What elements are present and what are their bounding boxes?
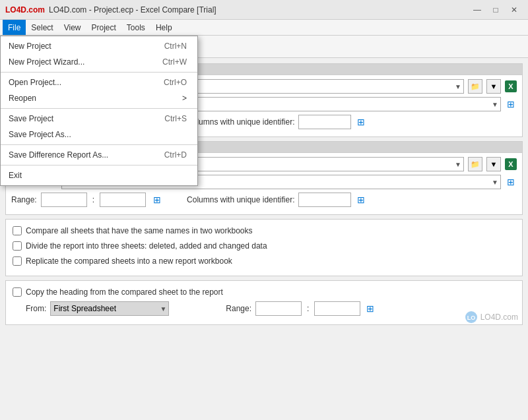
second-file-excel-icon: X: [505, 158, 517, 170]
checkbox-row-same-names: Compare all sheets that have the same na…: [13, 225, 515, 237]
app-window: LO4D.com LO4D.com - Project.ecp - Excel …: [0, 0, 528, 420]
close-button[interactable]: ✕: [506, 3, 523, 17]
checkbox-copy-heading-label[interactable]: Copy the heading from the compared sheet…: [26, 287, 223, 297]
second-range-end[interactable]: [100, 193, 146, 207]
menu-item-view[interactable]: View: [59, 20, 86, 35]
checkbox-same-names[interactable]: [13, 226, 22, 235]
first-unique-id-label: Columns with unique identifier:: [187, 117, 294, 127]
maximize-button[interactable]: □: [487, 3, 504, 17]
from-select[interactable]: First SpreadsheetSecond Spreadsheet: [50, 301, 169, 316]
menu-save-project[interactable]: Save Project Ctrl+S: [1, 111, 197, 127]
svg-text:LO: LO: [467, 315, 475, 321]
from-select-wrapper: First SpreadsheetSecond Spreadsheet ▼: [50, 301, 169, 316]
second-range-start[interactable]: [41, 193, 87, 207]
menu-item-project[interactable]: Project: [86, 20, 121, 35]
menu-item-help[interactable]: Help: [150, 20, 178, 35]
menu-open-project[interactable]: Open Project... Ctrl+O: [1, 75, 197, 90]
menu-exit[interactable]: Exit: [1, 167, 197, 183]
copy-heading-section: Copy the heading from the compared sheet…: [5, 280, 523, 325]
second-file-folder-arrow-btn[interactable]: ▼: [486, 157, 501, 171]
menu-save-diff-report[interactable]: Save Difference Report As... Ctrl+D: [1, 147, 197, 163]
separator-2: [1, 108, 197, 109]
checkboxes-section: Compare all sheets that have the same na…: [5, 219, 523, 276]
checkbox-row-three-sheets: Divide the report into three sheets: del…: [13, 240, 515, 252]
from-grid-icon: ⊞: [364, 303, 376, 315]
checkbox-same-names-label[interactable]: Compare all sheets that have the same na…: [26, 226, 253, 235]
from-range-colon: :: [306, 304, 310, 313]
menu-item-select[interactable]: Select: [26, 20, 58, 35]
second-file-folder-btn[interactable]: 📁: [468, 157, 482, 171]
checkbox-copy-heading[interactable]: [13, 287, 22, 297]
menu-reopen[interactable]: Reopen >: [1, 90, 197, 106]
checkbox-three-sheets[interactable]: [13, 241, 22, 251]
menu-item-file[interactable]: File: [3, 20, 26, 35]
checkbox-row-copy-heading: Copy the heading from the compared sheet…: [13, 286, 515, 298]
app-logo: LO4D.com: [5, 5, 45, 15]
minimize-button[interactable]: —: [469, 3, 486, 17]
second-range-label: Range:: [11, 195, 37, 204]
from-range-start[interactable]: [255, 301, 302, 316]
checkbox-replicate[interactable]: [13, 256, 22, 266]
menu-save-project-as[interactable]: Save Project As...: [1, 127, 197, 142]
second-unique-grid-icon: ⊞: [355, 194, 367, 206]
second-range-row: Range: : ⊞ Columns with unique identifie…: [11, 193, 517, 207]
title-bar-left: LO4D.com LO4D.com - Project.ecp - Excel …: [5, 5, 216, 15]
first-unique-grid-icon: ⊞: [355, 116, 367, 128]
separator-1: [1, 72, 197, 73]
file-dropdown-menu: New Project Ctrl+N New Project Wizard...…: [0, 36, 198, 186]
watermark-text: LO4D.com: [480, 313, 518, 322]
checkbox-three-sheets-label[interactable]: Divide the report into three sheets: del…: [26, 241, 267, 251]
menu-new-project[interactable]: New Project Ctrl+N: [1, 38, 197, 54]
first-file-folder-arrow-btn[interactable]: ▼: [486, 79, 501, 94]
separator-4: [1, 165, 197, 165]
menu-new-project-wizard[interactable]: New Project Wizard... Ctrl+W: [1, 54, 197, 70]
from-label: From:: [26, 304, 46, 313]
second-range-grid-icon: ⊞: [151, 194, 163, 206]
checkbox-replicate-label[interactable]: Replicate the compared sheets into a new…: [26, 256, 232, 266]
first-unique-id-input[interactable]: [298, 115, 351, 129]
folder-icon-1: 📁: [471, 82, 480, 91]
from-range-label: Range:: [226, 304, 251, 313]
first-file-excel-icon: X: [505, 80, 517, 92]
from-range-end[interactable]: [314, 301, 360, 316]
title-bar: LO4D.com LO4D.com - Project.ecp - Excel …: [0, 0, 528, 20]
folder-icon-2: 📁: [471, 160, 480, 169]
watermark: LO LO4D.com: [465, 311, 518, 324]
second-sheet-grid-icon: ⊞: [505, 176, 517, 188]
second-unique-id-label: Columns with unique identifier:: [187, 195, 294, 204]
title-bar-text: LO4D.com - Project.ecp - Excel Compare […: [49, 5, 216, 15]
first-sheet-grid-icon: ⊞: [505, 98, 517, 110]
from-row: From: First SpreadsheetSecond Spreadshee…: [26, 301, 515, 316]
menu-bar: File Select View Project Tools Help New …: [0, 20, 528, 36]
separator-3: [1, 144, 197, 145]
title-bar-controls: — □ ✕: [469, 3, 523, 17]
checkbox-row-replicate: Replicate the compared sheets into a new…: [13, 255, 515, 267]
watermark-logo-icon: LO: [465, 311, 478, 324]
second-unique-id-input[interactable]: [298, 193, 351, 207]
menu-item-tools[interactable]: Tools: [121, 20, 150, 35]
first-file-folder-btn[interactable]: 📁: [468, 79, 482, 94]
second-range-colon: :: [91, 195, 96, 204]
